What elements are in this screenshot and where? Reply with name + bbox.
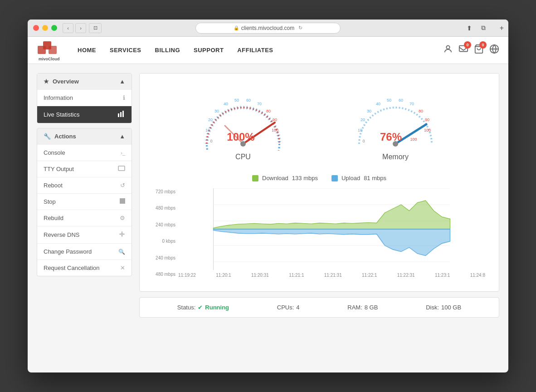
cpu-gauge-wrapper: 0 10 20 30 40 50 60 70 80 90 100 [198, 92, 288, 151]
svg-text:30: 30 [367, 109, 371, 113]
chart-section: Download 133 mbps Upload 81 mbps 720 mbp… [149, 170, 490, 282]
sidebar-actions-header[interactable]: 🔧 Actions ▲ [37, 128, 132, 144]
password-icon: 🔍 [118, 249, 125, 255]
sidebar-item-change-password[interactable]: Change Password 🔍 [37, 243, 132, 260]
actions-chevron: ▲ [119, 133, 125, 140]
x-label-0: 11:19:22 [178, 273, 196, 278]
status-bar: Status: ✔ Running CPUs: 4 RAM: 8 GB Disk… [139, 297, 499, 318]
user-button[interactable] [443, 44, 453, 56]
add-tab-button[interactable]: + [500, 24, 504, 32]
chart-icon [118, 111, 125, 118]
svg-text:90: 90 [425, 118, 429, 122]
svg-rect-10 [120, 112, 122, 117]
x-label-6: 11:22:31 [397, 273, 415, 278]
info-icon: ℹ [123, 94, 125, 101]
svg-text:100: 100 [410, 137, 417, 142]
x-label-2: 11:20:31 [251, 273, 269, 278]
reader-button[interactable]: ⊡ [89, 23, 102, 33]
nav-services[interactable]: SERVICES [110, 47, 141, 54]
download-label: Download [262, 175, 288, 181]
overview-chevron: ▲ [119, 78, 125, 85]
globe-button[interactable] [489, 44, 499, 56]
svg-text:100: 100 [272, 128, 278, 132]
svg-text:30: 30 [214, 109, 219, 113]
logo-icon: mivoCloud [37, 40, 59, 60]
reboot-icon: ↺ [120, 182, 125, 189]
close-button[interactable] [33, 25, 39, 31]
memory-gauge: 0 10 20 30 40 50 60 70 80 90 100 [350, 92, 441, 161]
check-icon: ✔ [198, 304, 203, 311]
maximize-button[interactable] [51, 25, 57, 31]
back-button[interactable]: ‹ [63, 23, 73, 33]
svg-text:10: 10 [205, 128, 210, 132]
address-bar[interactable]: 🔒 clients.mivocloud.com ↻ [195, 23, 341, 34]
download-legend: Download 133 mbps [252, 175, 318, 181]
sidebar-item-live-statistics[interactable]: Live Statistics [37, 106, 132, 123]
cpu-gauge-svg: 0 10 20 30 40 50 60 70 80 90 100 [198, 92, 288, 151]
star-icon: ★ [44, 78, 49, 85]
minimize-button[interactable] [42, 25, 48, 31]
stats-card: 0 10 20 30 40 50 60 70 80 90 100 [139, 73, 499, 292]
navbar: mivoCloud HOME SERVICES BILLING SUPPORT … [28, 37, 508, 64]
forward-button[interactable]: › [75, 23, 86, 33]
sidebar-item-request-cancellation[interactable]: Request Cancellation ✕ [37, 260, 132, 276]
rebuild-icon: ⚙ [120, 215, 125, 221]
download-dot [252, 175, 258, 181]
y-label-720: 720 mbps [153, 189, 175, 194]
stop-icon [120, 198, 125, 205]
ram-item: RAM: 8 GB [347, 304, 378, 311]
svg-text:20: 20 [361, 118, 365, 122]
cancellation-icon: ✕ [120, 265, 125, 271]
logo[interactable]: mivoCloud [37, 40, 59, 60]
console-icon: ›_ [121, 150, 125, 156]
upload-legend: Upload 81 mbps [331, 175, 386, 181]
main-window: ‹ › ⊡ 🔒 clients.mivocloud.com ↻ ⬆ ⧉ + mi… [28, 20, 508, 372]
svg-text:70: 70 [257, 102, 262, 106]
messages-button[interactable]: 0 [458, 44, 468, 56]
nav-billing[interactable]: BILLING [155, 47, 180, 54]
cpu-gauge: 0 10 20 30 40 50 60 70 80 90 100 [198, 92, 288, 161]
sidebar-overview-section: ★ Overview ▲ Information ℹ Live Statisti… [37, 73, 132, 123]
chart-svg-container: 11:19:22 11:20:1 11:20:31 11:21:1 11:21:… [178, 188, 485, 278]
console-label: Console [44, 149, 65, 156]
tty-icon [118, 166, 125, 172]
cart-button[interactable]: 0 [474, 44, 484, 56]
y-label-240-neg: 240 mbps [153, 255, 175, 260]
nav-affiliates[interactable]: AFFILIATES [237, 47, 273, 54]
sidebar-actions-section: 🔧 Actions ▲ Console ›_ TTY Output [37, 128, 132, 276]
tty-label: TTY Output [44, 166, 74, 172]
rebuild-label: Rebuild [44, 215, 63, 221]
svg-text:100: 100 [424, 128, 431, 132]
y-label-0: 0 kbps [153, 239, 175, 244]
sidebar-item-tty[interactable]: TTY Output [37, 161, 132, 177]
ram-label: RAM: [347, 304, 362, 311]
sidebar-item-rebuild[interactable]: Rebuild ⚙ [37, 210, 132, 226]
sidebar-item-console[interactable]: Console ›_ [37, 144, 132, 161]
nav-support[interactable]: SUPPORT [194, 47, 224, 54]
sidebar-item-reboot[interactable]: Reboot ↺ [37, 177, 132, 193]
reload-icon[interactable]: ↻ [298, 25, 302, 31]
sidebar-item-information[interactable]: Information ℹ [37, 89, 132, 106]
share-button[interactable]: ⬆ [467, 24, 472, 32]
svg-point-14 [121, 233, 123, 235]
cart-badge: 0 [479, 41, 487, 49]
sidebar-item-reverse-dns[interactable]: Reverse DNS [37, 226, 132, 243]
svg-text:50: 50 [387, 98, 391, 103]
titlebar: ‹ › ⊡ 🔒 clients.mivocloud.com ↻ ⬆ ⧉ + [28, 20, 508, 37]
nav-home[interactable]: HOME [78, 47, 96, 54]
chart-container: 720 mbps 480 mbps 240 mbps 0 kbps 240 mb… [149, 188, 490, 278]
gauges-row: 0 10 20 30 40 50 60 70 80 90 100 [149, 83, 490, 170]
nav-icons: 0 0 [443, 44, 499, 56]
memory-label: Memory [382, 153, 409, 161]
svg-rect-13 [120, 198, 125, 204]
svg-text:50: 50 [234, 98, 239, 103]
window-controls-button[interactable]: ⧉ [481, 24, 486, 32]
svg-text:40: 40 [376, 102, 380, 106]
sidebar-overview-header[interactable]: ★ Overview ▲ [37, 74, 132, 89]
svg-point-4 [446, 46, 449, 49]
svg-text:40: 40 [224, 102, 228, 106]
sidebar-item-stop[interactable]: Stop [37, 193, 132, 210]
x-label-7: 11:23:1 [435, 273, 450, 278]
svg-text:80: 80 [266, 109, 271, 113]
svg-rect-12 [118, 166, 125, 171]
